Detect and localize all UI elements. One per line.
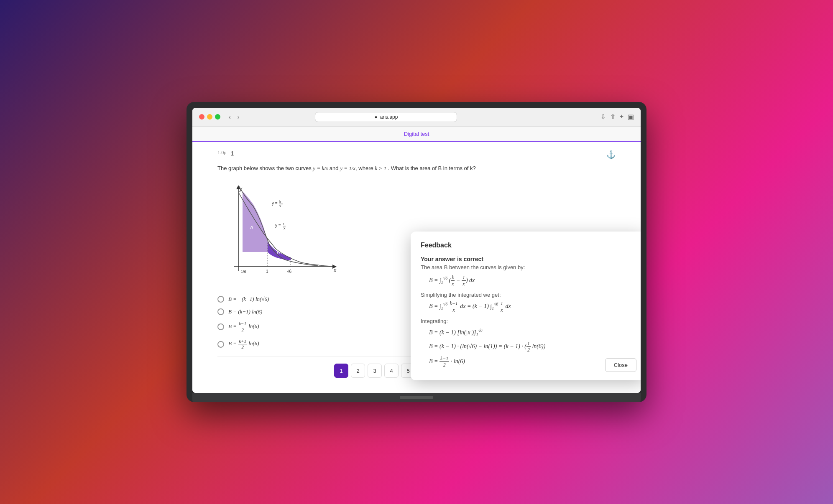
- svg-text:k: k: [279, 200, 281, 204]
- svg-text:1/6: 1/6: [241, 270, 246, 274]
- question-and: and: [330, 165, 339, 171]
- svg-text:A: A: [250, 225, 253, 230]
- close-traffic-light[interactable]: [199, 114, 204, 120]
- browser-nav-controls: ‹ ›: [227, 113, 241, 121]
- question-condition: k > 1: [375, 165, 386, 171]
- question-points: 1.0p: [217, 150, 226, 155]
- page-btn-3[interactable]: 3: [368, 364, 382, 378]
- svg-text:√6: √6: [287, 269, 291, 274]
- question-text: The graph below shows the two curves y =…: [217, 164, 502, 173]
- question-number: 1: [230, 150, 234, 157]
- feedback-formula1: B = ∫1√6 (kx − 1x) dx: [429, 275, 635, 287]
- browser-right-controls: ⇩ ⇧ + ▣: [600, 113, 634, 121]
- bookmark-icon[interactable]: ⚓: [606, 150, 616, 159]
- traffic-lights: [199, 114, 220, 120]
- feedback-line1: The area B between the curves is given b…: [421, 264, 635, 270]
- tabs-icon[interactable]: ▣: [628, 113, 634, 121]
- svg-text:x: x: [284, 226, 286, 230]
- browser-chrome: ‹ › ● ans.app ⇩ ⇧ + ▣: [192, 108, 641, 127]
- laptop-frame: ‹ › ● ans.app ⇩ ⇧ + ▣ Digital test 1.0p: [187, 102, 646, 402]
- question-text-prefix: The graph below shows the two curves: [217, 165, 312, 171]
- svg-text:y =: y =: [272, 201, 278, 206]
- laptop-notch: [400, 396, 433, 399]
- radio-d[interactable]: [217, 341, 224, 348]
- address-bar[interactable]: ● ans.app: [315, 112, 457, 122]
- feedback-title: Feedback: [421, 242, 635, 249]
- tab-title: Digital test: [404, 131, 429, 137]
- feedback-line2: Simplifying the integrated we get:: [421, 292, 635, 298]
- svg-text:1: 1: [266, 269, 268, 274]
- question-suffix: . What is the area of B in terms of k?: [388, 165, 476, 171]
- forward-button[interactable]: ›: [236, 113, 241, 121]
- laptop-screen: ‹ › ● ans.app ⇩ ⇧ + ▣ Digital test 1.0p: [192, 108, 641, 393]
- svg-text:x: x: [333, 267, 337, 273]
- svg-text:x: x: [279, 204, 281, 208]
- page-btn-1[interactable]: 1: [334, 364, 348, 378]
- question-header: 1.0p 1 ⚓: [217, 150, 616, 159]
- maximize-traffic-light[interactable]: [215, 114, 220, 120]
- feedback-formula2: B = ∫1√6 k−1x dx = (k − 1) ∫1√6 1x dx: [429, 300, 635, 313]
- question-where: where: [358, 165, 373, 171]
- back-button[interactable]: ‹: [227, 113, 233, 121]
- radio-c[interactable]: [217, 323, 224, 330]
- feedback-formula4: B = (k − 1) · (ln(√6) − ln(1)) = (k − 1)…: [429, 341, 635, 353]
- svg-text:y =: y =: [275, 223, 281, 228]
- choice-b-label: B = (k−1) ln(6): [228, 308, 262, 315]
- curve2-formula: y = 1/x: [340, 165, 355, 171]
- minimize-traffic-light[interactable]: [207, 114, 212, 120]
- feedback-modal: Feedback Your answer is correct The area…: [411, 232, 641, 380]
- choice-a-label: B = −(k−1) ln(√6): [228, 296, 269, 303]
- choice-d-label: B = k+12 ln(6): [228, 339, 259, 350]
- share-icon[interactable]: ⇧: [610, 113, 616, 121]
- lock-icon: ●: [374, 114, 377, 120]
- main-content: 1.0p 1 ⚓ The graph below shows the two c…: [192, 142, 641, 393]
- tab-bar: Digital test: [192, 127, 641, 142]
- feedback-line3: Integrating:: [421, 318, 635, 324]
- radio-a[interactable]: [217, 296, 224, 303]
- svg-text:1: 1: [283, 222, 285, 226]
- radio-b[interactable]: [217, 308, 224, 315]
- graph-container: y x A B y = k: [217, 183, 339, 279]
- close-button[interactable]: Close: [605, 358, 636, 372]
- page-btn-4[interactable]: 4: [384, 364, 399, 378]
- feedback-formula5: B = k−12 · ln(6): [429, 356, 635, 368]
- graph-svg: y x A B y = k: [217, 183, 339, 279]
- choice-c-label: B = k−12 ln(6): [228, 321, 259, 333]
- new-tab-icon[interactable]: +: [620, 113, 623, 121]
- page-btn-2[interactable]: 2: [351, 364, 365, 378]
- feedback-formula3: B = (k − 1) [ln(|x|)]1√6: [429, 327, 635, 338]
- feedback-status: Your answer is correct: [421, 256, 635, 262]
- curve1-formula: y = k/x: [313, 165, 329, 171]
- download-icon[interactable]: ⇩: [600, 113, 606, 121]
- url-text: ans.app: [380, 114, 398, 120]
- laptop-bottom: [192, 393, 641, 402]
